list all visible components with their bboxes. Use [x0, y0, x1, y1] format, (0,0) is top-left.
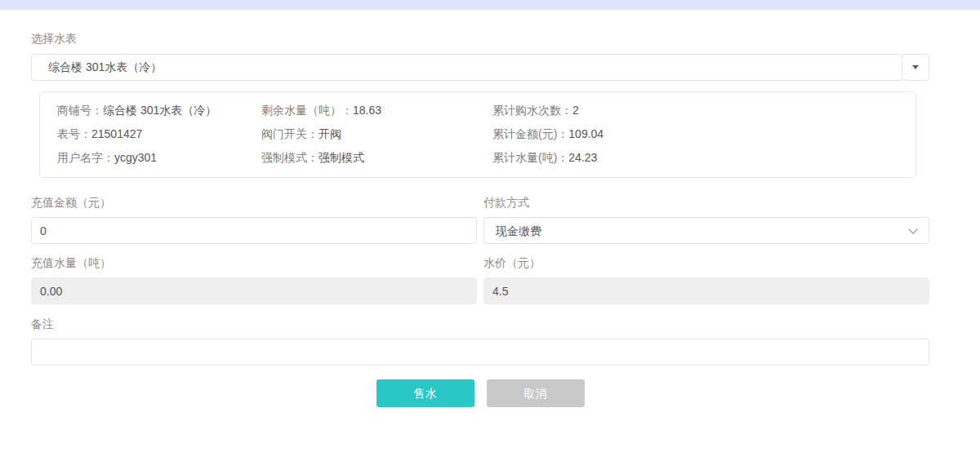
sell-water-form: 选择水表 综合楼 301水表（冷） 商铺号：综合楼 301水表（冷） 表号：21… — [0, 33, 980, 407]
meter-info-col-3: 累计购水次数：2 累计金额(元)：109.04 累计水量(吨)：24.23 — [492, 99, 907, 170]
info-item-username: 用户名字：ycgy301 — [57, 146, 261, 170]
info-item-purchase-count: 累计购水次数：2 — [492, 99, 907, 122]
water-price-field-group: 水价（元） — [483, 257, 929, 304]
recharge-amount-input[interactable] — [31, 217, 477, 244]
water-price-label: 水价（元） — [483, 257, 929, 268]
meter-select-label: 选择水表 — [31, 33, 929, 44]
payment-method-select[interactable]: 现金缴费 — [483, 217, 929, 244]
topbar — [0, 0, 980, 10]
remark-label: 备注 — [31, 318, 929, 330]
recharge-amount-field-group: 充值金额（元） — [31, 197, 477, 244]
water-price-input — [483, 277, 929, 304]
caret-down-icon — [912, 65, 919, 69]
sell-water-button[interactable]: 售水 — [376, 379, 474, 407]
payment-method-field-group: 付款方式 现金缴费 — [483, 197, 929, 244]
meter-select-dropdown-button[interactable] — [902, 54, 929, 81]
meter-select-value[interactable]: 综合楼 301水表（冷） — [31, 54, 902, 81]
recharge-volume-input — [31, 277, 477, 304]
info-item-remaining-water: 剩余水量（吨）：18.63 — [261, 99, 492, 122]
cancel-button[interactable]: 取消 — [487, 379, 585, 407]
meter-info-col-1: 商铺号：综合楼 301水表（冷） 表号：21501427 用户名字：ycgy30… — [57, 99, 261, 170]
recharge-volume-label: 充值水量（吨） — [31, 257, 477, 268]
info-item-total-amount: 累计金额(元)：109.04 — [492, 122, 907, 146]
amount-payment-row: 充值金额（元） 付款方式 现金缴费 — [31, 197, 929, 244]
info-item-shop: 商铺号：综合楼 301水表（冷） — [57, 99, 261, 122]
payment-method-select-wrap: 现金缴费 — [483, 217, 929, 244]
payment-method-label: 付款方式 — [483, 197, 929, 208]
remark-input[interactable] — [31, 339, 929, 366]
info-item-force-mode: 强制模式：强制模式 — [261, 146, 492, 170]
info-item-valve-state: 阀门开关：开阀 — [261, 122, 492, 146]
meter-info-panel: 商铺号：综合楼 301水表（冷） 表号：21501427 用户名字：ycgy30… — [39, 91, 916, 178]
info-item-meter-no: 表号：21501427 — [57, 122, 261, 146]
meter-select[interactable]: 综合楼 301水表（冷） — [31, 54, 929, 81]
action-buttons: 售水 取消 — [31, 379, 929, 407]
recharge-amount-label: 充值金额（元） — [31, 197, 477, 208]
volume-price-row: 充值水量（吨） 水价（元） — [31, 257, 929, 304]
meter-info-col-2: 剩余水量（吨）：18.63 阀门开关：开阀 强制模式：强制模式 — [261, 99, 492, 170]
recharge-volume-field-group: 充值水量（吨） — [31, 257, 477, 304]
info-item-total-water: 累计水量(吨)：24.23 — [492, 146, 907, 170]
